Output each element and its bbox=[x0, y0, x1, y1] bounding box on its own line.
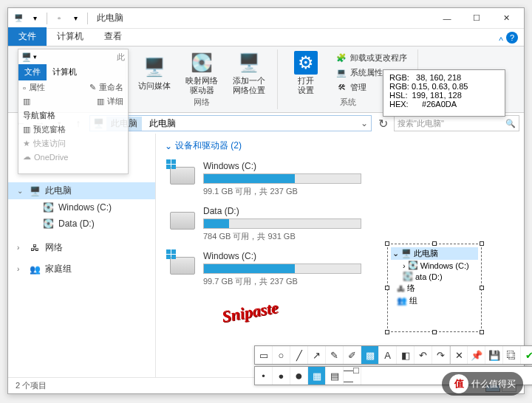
color-rgb-float: RGB: 0.15, 0.63, 0.85 bbox=[389, 82, 499, 91]
tool-arrow[interactable]: ↗ bbox=[308, 346, 326, 364]
size-small[interactable]: • bbox=[255, 367, 273, 385]
tool-mosaic[interactable]: ▩ bbox=[361, 346, 379, 364]
maximize-button[interactable]: ☐ bbox=[462, 8, 491, 29]
tool-undo[interactable]: ↶ bbox=[415, 346, 432, 364]
drive-icon bbox=[168, 161, 197, 190]
drive-icon bbox=[168, 251, 197, 280]
tool-ellipse[interactable]: ○ bbox=[273, 346, 290, 364]
ghost-row-props[interactable]: ▫属性✎重命名 bbox=[18, 80, 128, 94]
drive-name: Windows (C:) bbox=[203, 161, 361, 171]
ghost-row-details[interactable]: ▥▥详细 bbox=[18, 94, 128, 108]
chevron-down-icon: ⌄ bbox=[165, 141, 172, 151]
tool-redo[interactable]: ↷ bbox=[432, 346, 450, 364]
drive-usage-bar bbox=[203, 264, 361, 274]
sysprops-icon: 💻 bbox=[335, 66, 347, 78]
tool-pin[interactable]: 📌 bbox=[468, 346, 485, 364]
tool-eraser[interactable]: ◧ bbox=[397, 346, 415, 364]
snip-ghost-panel: 🖥️▾ 此 文件 计算机 ▫属性✎重命名 ▥▥详细 导航窗格 ▥预览窗格 ★快速… bbox=[18, 49, 129, 174]
ghost-row-navpane: 导航窗格 bbox=[18, 108, 128, 123]
size-medium[interactable]: ● bbox=[273, 367, 290, 385]
refresh-button[interactable]: ↻ bbox=[375, 115, 391, 131]
window-title: 此电脑 bbox=[97, 12, 123, 24]
qat-more-icon[interactable]: ▾ bbox=[68, 11, 83, 26]
address-dropdown-icon[interactable]: ⌄ bbox=[361, 118, 368, 128]
tab-view[interactable]: 查看 bbox=[94, 27, 132, 46]
close-button[interactable]: ✕ bbox=[491, 8, 521, 29]
ghost-row-preview[interactable]: ▥预览窗格 bbox=[18, 123, 128, 137]
tool-rect[interactable]: ▭ bbox=[255, 346, 273, 364]
drive-stat: 99.1 GB 可用，共 237 GB bbox=[203, 186, 361, 197]
homegroup-icon: 👥 bbox=[29, 264, 41, 275]
drive-stat: 784 GB 可用，共 931 GB bbox=[203, 231, 361, 242]
ribbon-addlocation-button[interactable]: 🖥️添加一个 网络位置 bbox=[228, 51, 270, 95]
tab-computer[interactable]: 计算机 bbox=[47, 27, 94, 46]
network-icon: 🖧 bbox=[29, 242, 41, 254]
tool-cancel[interactable]: ✕ bbox=[450, 346, 468, 364]
mosaic-style-1[interactable]: ▦ bbox=[308, 367, 326, 385]
tree-c[interactable]: ›💽Windows (C:) bbox=[391, 260, 478, 271]
drive-item[interactable]: Windows (C:) 99.1 GB 可用，共 237 GB bbox=[165, 158, 364, 200]
nav-drive-d[interactable]: 💽Data (D:) bbox=[8, 216, 155, 232]
svg-rect-7 bbox=[171, 255, 176, 259]
nav-this-pc[interactable]: ⌄🖥️此电脑 bbox=[8, 182, 155, 199]
svg-rect-5 bbox=[171, 249, 176, 254]
properties-icon[interactable]: ▫ bbox=[52, 11, 66, 26]
help-icon[interactable]: ? bbox=[506, 32, 518, 44]
tree-homegroup[interactable]: 👥组 bbox=[391, 294, 478, 307]
tool-marker[interactable]: ✐ bbox=[344, 346, 361, 364]
tree-network[interactable]: 🖧络 bbox=[391, 282, 478, 294]
media-icon: 🖥️ bbox=[143, 56, 166, 80]
drive-usage-bar bbox=[203, 218, 361, 229]
minimize-button[interactable]: — bbox=[432, 8, 462, 29]
nav-homegroup[interactable]: ›👥家庭组 bbox=[8, 261, 155, 278]
chevron-right-icon[interactable]: › bbox=[17, 244, 19, 252]
search-icon: 🔍 bbox=[505, 119, 516, 128]
ribbon-uninstall-button[interactable]: 🧩卸载或更改程序 bbox=[332, 51, 410, 64]
ribbon-settings-button[interactable]: ⚙打开 设置 bbox=[285, 51, 327, 95]
settings-icon: ⚙ bbox=[294, 51, 318, 75]
ghost-tab-file[interactable]: 文件 bbox=[18, 64, 47, 80]
drive-icon bbox=[168, 206, 197, 235]
color-hsl: HSL: 199, 181, 128 bbox=[389, 91, 499, 100]
mapdrive-icon: 💽 bbox=[190, 51, 214, 75]
drive-item[interactable]: Windows (C:) 99.7 GB 可用，共 237 GB bbox=[165, 248, 364, 290]
drive-item[interactable]: Data (D:) 784 GB 可用，共 931 GB bbox=[165, 203, 364, 245]
drive-icon: 💽 bbox=[42, 202, 54, 213]
chevron-right-icon[interactable]: › bbox=[17, 265, 19, 273]
tool-confirm[interactable]: ✔ bbox=[521, 346, 532, 364]
snip-tree-panel[interactable]: ⌄🖥️此电脑 ›💽Windows (C:) 💽ata (D:) 🖧络 👥组 bbox=[387, 244, 482, 332]
ribbon-mapdrive-button[interactable]: 💽映射网络 驱动器 bbox=[181, 51, 222, 95]
manage-icon: 🛠 bbox=[335, 81, 347, 93]
tab-file[interactable]: 文件 bbox=[8, 27, 47, 46]
addlocation-icon: 🖥️ bbox=[237, 51, 261, 75]
ribbon-group-network-label: 网络 bbox=[134, 97, 270, 108]
tree-this-pc[interactable]: ⌄🖥️此电脑 bbox=[391, 247, 478, 260]
mosaic-style-2[interactable]: ▤ bbox=[326, 367, 344, 385]
titlebar: 🖥️ ▾ ▫ ▾ 此电脑 — ☐ ✕ bbox=[8, 8, 524, 29]
tree-d[interactable]: 💽ata (D:) bbox=[391, 271, 478, 282]
drive-name: Windows (C:) bbox=[203, 251, 361, 261]
tool-copy[interactable]: ⿻ bbox=[503, 346, 521, 364]
tool-text[interactable]: A bbox=[379, 346, 397, 364]
pc-icon: 🖥️ bbox=[29, 185, 41, 197]
tool-pen[interactable]: ✎ bbox=[326, 346, 344, 364]
app-icon: 🖥️ bbox=[11, 11, 26, 26]
group-header[interactable]: ⌄设备和驱动器 (2) bbox=[165, 140, 515, 152]
svg-rect-2 bbox=[166, 165, 171, 169]
ghost-tab-computer[interactable]: 计算机 bbox=[47, 64, 83, 80]
qat-dropdown-icon[interactable]: ▾ bbox=[27, 11, 42, 26]
ribbon-tabs: 文件 计算机 查看 ^ ? bbox=[8, 29, 524, 46]
tool-save[interactable]: 💾 bbox=[485, 346, 503, 364]
uninstall-icon: 🧩 bbox=[335, 52, 347, 63]
svg-rect-4 bbox=[166, 249, 171, 254]
slider-handle[interactable]: —□— bbox=[344, 367, 361, 385]
chevron-down-icon[interactable]: ⌄ bbox=[17, 187, 23, 195]
ribbon-media-button[interactable]: 🖥️访问媒体 bbox=[134, 51, 175, 95]
size-large[interactable]: ● bbox=[290, 367, 308, 385]
color-hex: HEX: #26A0DA bbox=[389, 100, 499, 108]
nav-drive-c[interactable]: 💽Windows (C:) bbox=[8, 199, 155, 216]
address-input[interactable]: 🖥️ 此电脑 此电脑 ⌄ bbox=[89, 115, 372, 131]
nav-network[interactable]: ›🖧网络 bbox=[8, 239, 155, 256]
tool-line[interactable]: ╱ bbox=[290, 346, 308, 364]
search-input[interactable]: 搜索"此电脑" 🔍 bbox=[394, 115, 519, 131]
